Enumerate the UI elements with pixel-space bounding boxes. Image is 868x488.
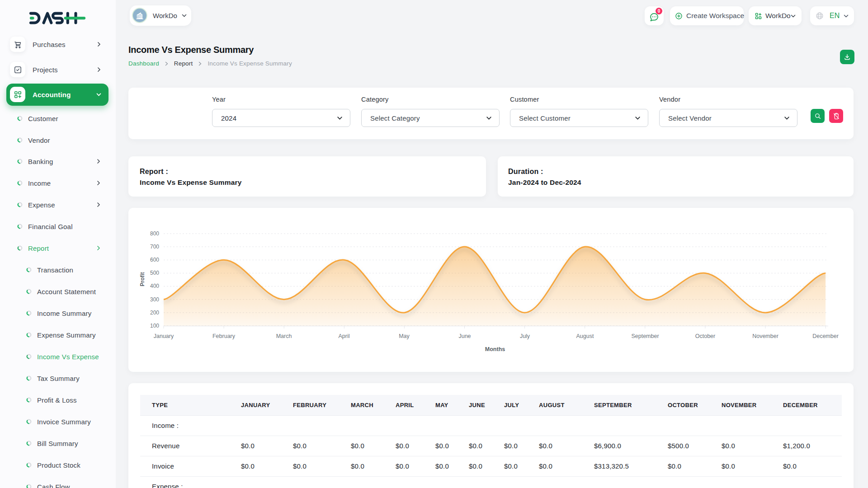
- svg-text:500: 500: [150, 270, 159, 276]
- svg-text:November: November: [752, 333, 778, 339]
- svg-text:February: February: [212, 333, 236, 339]
- svg-text:July: July: [520, 333, 530, 339]
- svg-text:300: 300: [150, 296, 159, 303]
- svg-text:September: September: [631, 333, 659, 339]
- svg-text:800: 800: [150, 230, 159, 237]
- svg-text:400: 400: [150, 283, 159, 289]
- svg-text:June: June: [458, 333, 471, 339]
- svg-text:100: 100: [150, 323, 159, 329]
- svg-text:January: January: [154, 333, 174, 339]
- svg-text:700: 700: [150, 244, 159, 250]
- svg-text:December: December: [812, 333, 839, 339]
- svg-text:March: March: [276, 333, 292, 339]
- svg-text:600: 600: [150, 257, 159, 263]
- svg-text:April: April: [338, 333, 349, 339]
- svg-text:August: August: [576, 333, 594, 339]
- svg-text:Months: Months: [485, 346, 505, 352]
- svg-text:200: 200: [150, 310, 159, 316]
- svg-text:May: May: [399, 333, 410, 339]
- svg-text:Profit: Profit: [139, 272, 146, 286]
- svg-text:October: October: [695, 333, 715, 339]
